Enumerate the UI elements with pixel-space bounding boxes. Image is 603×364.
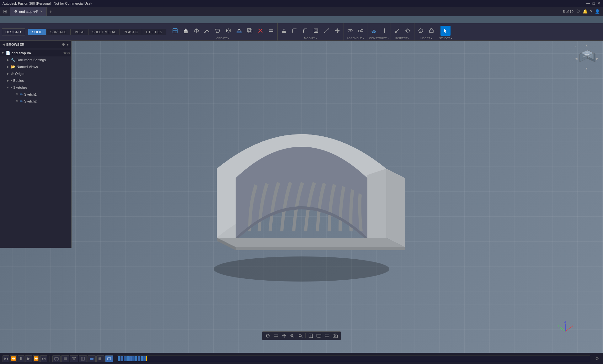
boolean-icon[interactable]	[245, 26, 255, 36]
mirror-icon[interactable]	[223, 26, 233, 36]
zoom-window-btn[interactable]	[289, 333, 296, 339]
tab-plastic[interactable]: PLASTIC	[120, 29, 142, 35]
press-pull-icon[interactable]	[279, 26, 289, 36]
tree-item-doc-settings[interactable]: ▶ 🔧 Document Settings	[0, 56, 71, 63]
camera-settings-btn[interactable]	[332, 333, 339, 339]
skip-end-button[interactable]: ⏭	[40, 355, 47, 362]
decal-icon[interactable]	[426, 26, 436, 36]
plane-icon[interactable]	[369, 26, 379, 36]
display-settings-icon[interactable]	[403, 26, 413, 36]
tree-item-root[interactable]: ▼ 📄 end stop v4 👁 ⚙	[0, 50, 71, 56]
expand-sketches-icon[interactable]: ▼	[6, 86, 9, 89]
svg-marker-10	[226, 29, 228, 32]
tab-surface[interactable]: SURFACE	[46, 29, 71, 35]
new-component-icon[interactable]	[170, 26, 180, 36]
expand-origin-icon[interactable]: ▶	[6, 72, 9, 75]
tree-item-sketches[interactable]: ▼ ▪ Sketches	[0, 84, 71, 91]
viewport[interactable]: ⌂ FRONT RIGHT LEFT TOP ▲ ▼ ◀ ▶	[0, 41, 603, 353]
orbit-btn[interactable]	[264, 333, 272, 339]
root-settings-icon[interactable]: ⚙	[67, 51, 70, 55]
zoom-btn[interactable]	[297, 333, 304, 339]
tab-close-button[interactable]: ✕	[40, 10, 43, 13]
timeline-expand-btn[interactable]	[88, 355, 96, 362]
notifications-icon[interactable]: 🔔	[583, 9, 588, 14]
tree-item-origin[interactable]: ▶ ⊕ Origin	[0, 70, 71, 77]
modify-label[interactable]: MODIFY▾	[304, 37, 317, 40]
insert-label[interactable]: INSERT▾	[420, 37, 432, 40]
timeline-settings-btn[interactable]	[61, 355, 69, 362]
sketch2-eye-icon[interactable]: 👁	[16, 100, 19, 103]
help-icon[interactable]: ?	[590, 9, 592, 14]
tab-clock-icon[interactable]: ⏱	[576, 9, 580, 14]
tab-mesh[interactable]: MESH	[71, 29, 88, 35]
timeline-track[interactable]	[117, 355, 590, 362]
fillet-icon[interactable]	[290, 26, 300, 36]
app-menu-icon[interactable]: ⊞	[0, 8, 10, 14]
expand-named-views-icon[interactable]: ▶	[6, 65, 9, 68]
play-button[interactable]: ▶	[25, 355, 32, 362]
timeline-filter-btn[interactable]	[70, 355, 78, 362]
nav-settings-icon[interactable]: ⚙	[594, 356, 600, 361]
tree-item-sketch1[interactable]: 👁 ✏ Sketch1	[0, 91, 71, 98]
chamfer-icon[interactable]	[300, 26, 310, 36]
display-settings-btn[interactable]	[315, 333, 323, 339]
section-analysis-btn[interactable]	[307, 333, 315, 339]
new-tab-button[interactable]: +	[47, 9, 54, 14]
minimize-button[interactable]: —	[586, 1, 590, 6]
browser-collapse-icon[interactable]: ◀	[3, 43, 5, 46]
as-built-joint-icon[interactable]	[356, 26, 366, 36]
measure-icon[interactable]	[392, 26, 402, 36]
browser-pin-icon[interactable]: ●	[67, 42, 69, 47]
tab-solid[interactable]: SOLID	[28, 29, 46, 35]
select-label[interactable]: SELECT▾	[439, 37, 452, 40]
user-avatar[interactable]: 👤	[595, 9, 600, 14]
sweep-icon[interactable]	[202, 26, 212, 36]
construct-label[interactable]: CONSTRUCT▾	[369, 37, 389, 40]
tree-item-sketch2[interactable]: 👁 ✏ Sketch2	[0, 98, 71, 105]
assemble-label[interactable]: ASSEMBLE▾	[347, 37, 364, 40]
grid-settings-btn[interactable]	[323, 333, 331, 339]
shell-icon[interactable]	[311, 26, 321, 36]
scale-icon[interactable]	[322, 26, 332, 36]
step-forward-button[interactable]: ⏩	[33, 355, 40, 362]
move-icon[interactable]	[332, 26, 342, 36]
extrude-icon[interactable]	[181, 26, 191, 36]
timeline-collapse-btn[interactable]	[96, 355, 104, 362]
timeline-view-btn[interactable]	[79, 355, 87, 362]
joint-icon[interactable]	[345, 26, 355, 36]
tab-utilities[interactable]: UTILITIES	[142, 29, 166, 35]
active-tab[interactable]: ⚙ end stop v4* ✕	[10, 7, 47, 16]
select-icon[interactable]	[440, 26, 451, 36]
timeline-icon-7[interactable]	[105, 355, 113, 362]
look-at-btn[interactable]	[272, 333, 280, 339]
more-create-icon[interactable]	[266, 26, 276, 36]
viewcube[interactable]: ⌂ FRONT RIGHT LEFT TOP ▲ ▼ ◀ ▶	[575, 44, 600, 72]
expand-doc-settings-icon[interactable]: ▶	[6, 58, 9, 61]
axis-icon[interactable]	[379, 26, 389, 36]
expand-root-icon[interactable]: ▼	[1, 51, 4, 55]
svg-point-29	[350, 29, 352, 32]
sketch-icon[interactable]	[234, 26, 244, 36]
timeline-playhead[interactable]	[117, 356, 590, 362]
sketch1-eye-icon[interactable]: 👁	[16, 93, 19, 96]
new-sketch-timeline-btn[interactable]	[52, 355, 61, 362]
pause-button[interactable]: ⏸	[18, 355, 24, 362]
tree-item-named-views[interactable]: ▶ 📂 Named Views	[0, 63, 71, 70]
step-back-button[interactable]: ⏪	[10, 355, 17, 362]
root-eye-icon[interactable]: 👁	[63, 51, 67, 55]
create-label[interactable]: CREATE▾	[216, 37, 230, 40]
tab-sheet-metal[interactable]: SHEET METAL	[88, 29, 120, 35]
loft-icon[interactable]	[213, 26, 223, 36]
pan-btn[interactable]	[280, 333, 288, 339]
skip-start-button[interactable]: ⏮	[3, 355, 9, 362]
browser-settings-icon[interactable]: ⚙	[62, 42, 65, 47]
close-button[interactable]: ✕	[597, 1, 600, 6]
expand-bodies-icon[interactable]: ▶	[6, 79, 9, 82]
tree-item-bodies[interactable]: ▶ ▪ Bodies	[0, 77, 71, 84]
maximize-button[interactable]: □	[593, 1, 595, 6]
insert-mesh-icon[interactable]	[416, 26, 426, 36]
design-button[interactable]: DESIGN ▾	[2, 28, 25, 35]
delete-icon[interactable]	[255, 26, 265, 36]
revolve-icon[interactable]	[191, 26, 201, 36]
inspect-label[interactable]: INSPECT▾	[395, 37, 409, 40]
